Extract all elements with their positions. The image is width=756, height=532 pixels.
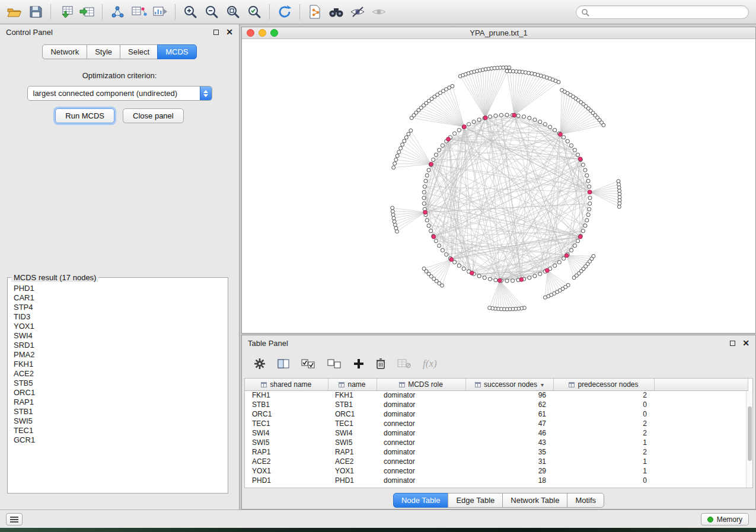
column-header-predecessor-nodes[interactable]: predecessor nodes	[553, 379, 654, 390]
zoom-in-button[interactable]	[180, 2, 201, 21]
export-network-button[interactable]	[107, 2, 128, 21]
tab-network[interactable]: Network	[42, 44, 87, 59]
close-table-panel-icon[interactable]: ✕	[742, 339, 749, 347]
columns-icon	[277, 359, 289, 368]
mcds-node-item[interactable]: TEC1	[8, 426, 228, 435]
table-scrollbar-thumb[interactable]	[748, 406, 752, 461]
column-header-shared-name[interactable]: shared name	[245, 379, 328, 390]
node-table-row-PHD1[interactable]: PHD1PHD1dominator180	[245, 476, 748, 485]
apply-layout-button[interactable]	[274, 2, 295, 21]
float-panel-icon[interactable]	[213, 30, 219, 35]
table-cell: 0	[553, 409, 654, 419]
mcds-node-item[interactable]: YOX1	[8, 322, 228, 331]
import-network-icon	[58, 5, 74, 19]
node-table-row-ACE2[interactable]: ACE2ACE2connector311	[245, 457, 748, 466]
function-builder-button[interactable]: f(x)	[423, 358, 437, 370]
import-table-icon	[79, 5, 95, 19]
mcds-node-item[interactable]: SWI5	[8, 416, 228, 426]
table-cell: 2	[553, 428, 654, 438]
add-row-button[interactable]	[353, 358, 364, 369]
export-table-button[interactable]	[128, 2, 149, 21]
status-list-button[interactable]	[6, 513, 23, 525]
mcds-node-item[interactable]: TID3	[8, 312, 228, 322]
table-cell: 47	[465, 419, 553, 428]
show-graphics-button[interactable]	[368, 2, 390, 21]
select-all-icon	[301, 359, 315, 369]
dropdown-stepper-icon[interactable]	[200, 86, 212, 100]
table-tab-motifs[interactable]: Motifs	[567, 493, 604, 508]
mcds-node-item[interactable]: STP4	[8, 303, 228, 312]
node-table-row-SWI5[interactable]: SWI5SWI5connector431	[245, 438, 748, 447]
table-tab-network-table[interactable]: Network Table	[502, 493, 567, 508]
save-icon	[28, 5, 43, 19]
find-button[interactable]	[326, 2, 347, 21]
toolbar-separator	[299, 4, 300, 20]
mcds-node-item[interactable]: FKH1	[8, 360, 228, 369]
mcds-node-item[interactable]: ACE2	[8, 369, 228, 379]
hide-graphics-button[interactable]	[347, 2, 368, 21]
import-table-button[interactable]	[76, 2, 98, 21]
tab-select[interactable]: Select	[120, 44, 158, 59]
mcds-node-item[interactable]: SWI4	[8, 331, 228, 341]
save-session-button[interactable]	[25, 2, 46, 21]
table-tab-node-table[interactable]: Node Table	[393, 493, 449, 508]
show-columns-button[interactable]	[277, 359, 289, 368]
minimize-window-icon[interactable]	[259, 29, 266, 37]
attribute-icon	[475, 382, 481, 387]
table-scrollbar[interactable]	[746, 391, 752, 488]
node-table-row-ORC1[interactable]: ORC1ORC1dominator610	[245, 409, 748, 419]
close-window-icon[interactable]	[247, 29, 254, 37]
column-header-successor-nodes[interactable]: successor nodes▾	[465, 379, 553, 390]
close-panel-icon[interactable]: ✕	[226, 28, 233, 36]
column-header-MCDS-role[interactable]: MCDS role	[377, 379, 465, 390]
table-cell: 43	[465, 438, 553, 447]
node-table-row-SWI4[interactable]: SWI4SWI4dominator462	[245, 428, 748, 438]
toolbar-separator	[50, 4, 51, 20]
node-table-row-YOX1[interactable]: YOX1YOX1connector291	[245, 466, 748, 476]
zoom-out-button[interactable]	[201, 2, 222, 21]
mcds-node-item[interactable]: RAP1	[8, 398, 228, 407]
mcds-node-item[interactable]: ORC1	[8, 388, 228, 398]
mcds-node-item[interactable]: GCR1	[8, 435, 228, 445]
zoom-fit-button[interactable]	[222, 2, 244, 21]
mcds-node-item[interactable]: PMA2	[8, 350, 228, 360]
node-table-row-RAP1[interactable]: RAP1RAP1dominator352	[245, 447, 748, 457]
table-tab-edge-table[interactable]: Edge Table	[448, 493, 503, 508]
close-panel-button[interactable]: Close panel	[123, 108, 184, 123]
sort-caret-icon[interactable]: ▾	[541, 382, 544, 388]
share-document-button[interactable]	[304, 2, 326, 21]
mcds-node-item[interactable]: CAR1	[8, 293, 228, 303]
memory-button[interactable]: Memory	[701, 513, 749, 525]
node-table-row-STB1[interactable]: STB1STB1dominator620	[245, 400, 748, 409]
select-all-button[interactable]	[301, 359, 315, 369]
mcds-node-item[interactable]: STB1	[8, 407, 228, 416]
open-file-button[interactable]	[4, 2, 25, 21]
search-input[interactable]	[589, 8, 748, 17]
network-window-titlebar[interactable]: YPA_prune.txt_1	[242, 27, 755, 39]
import-network-button[interactable]	[55, 2, 76, 21]
column-header-name[interactable]: name	[328, 379, 377, 390]
tab-style[interactable]: Style	[87, 44, 120, 59]
float-table-panel-icon[interactable]	[730, 341, 735, 346]
maximize-window-icon[interactable]	[270, 29, 278, 37]
optimization-criterion-dropdown[interactable]: largest connected component (undirected)	[27, 86, 212, 101]
mcds-node-item[interactable]: STB5	[8, 379, 228, 388]
deselect-all-button[interactable]	[327, 359, 342, 369]
clear-table-button[interactable]	[397, 359, 411, 368]
run-mcds-button[interactable]: Run MCDS	[55, 108, 114, 123]
node-table: shared namenameMCDS rolesuccessor nodes▾…	[245, 379, 748, 485]
table-cell: SWI5	[328, 438, 377, 447]
mcds-node-item[interactable]: SRD1	[8, 341, 228, 350]
node-table-body: FKH1FKH1dominator962STB1STB1dominator620…	[245, 390, 748, 485]
table-settings-button[interactable]	[254, 358, 266, 370]
node-table-row-FKH1[interactable]: FKH1FKH1dominator962	[245, 390, 748, 400]
search-box[interactable]	[576, 5, 749, 19]
network-canvas[interactable]	[242, 39, 755, 333]
zoom-selected-button[interactable]	[244, 2, 265, 21]
export-image-button[interactable]	[149, 2, 171, 21]
table-cell: 0	[553, 400, 654, 409]
delete-row-button[interactable]	[376, 358, 385, 370]
mcds-node-item[interactable]: PHD1	[8, 284, 228, 293]
node-table-row-TEC1[interactable]: TEC1TEC1connector472	[245, 419, 748, 428]
tab-mcds[interactable]: MCDS	[157, 44, 196, 59]
